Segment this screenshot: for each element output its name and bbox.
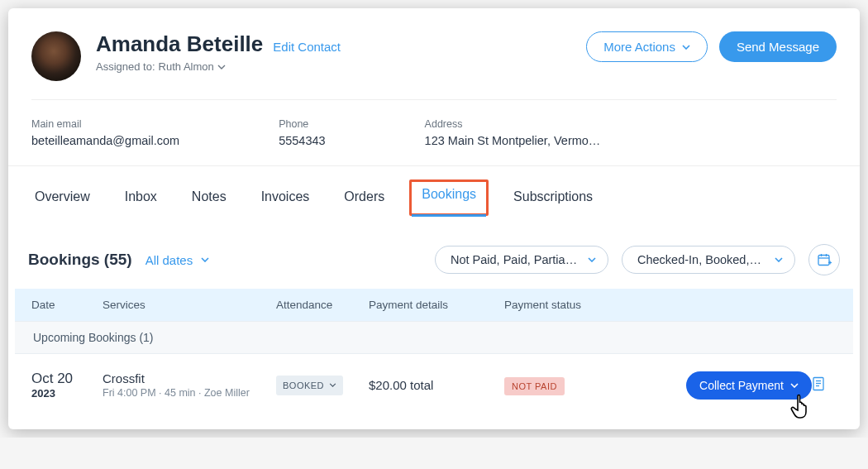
svg-rect-0 <box>818 256 829 266</box>
tab-overview[interactable]: Overview <box>35 184 90 216</box>
state-filter-label: Checked-In, Booked,… <box>637 253 761 266</box>
service-name: Crossfit <box>103 371 276 385</box>
chevron-down-icon <box>682 45 690 50</box>
add-to-calendar-button[interactable] <box>808 244 840 275</box>
col-services: Services <box>103 299 276 311</box>
send-message-label: Send Message <box>737 40 819 54</box>
contact-header: Amanda Beteille Edit Contact Assigned to… <box>8 8 860 166</box>
phone-label: Phone <box>279 118 325 130</box>
col-payment-details: Payment details <box>369 299 504 311</box>
avatar <box>31 31 81 81</box>
assigned-to[interactable]: Assigned to: Ruth Almon <box>96 60 586 73</box>
phone-field: Phone 5554343 <box>279 118 325 147</box>
address-value: 123 Main St Montpelier, Vermo… <box>425 134 601 147</box>
col-payment-status: Payment status <box>504 299 837 311</box>
chevron-down-icon <box>217 65 226 69</box>
edit-contact-link[interactable]: Edit Contact <box>273 40 341 54</box>
tabs: Overview Inbox Notes Invoices Orders Boo… <box>26 184 842 216</box>
phone-value: 5554343 <box>279 134 325 147</box>
bookings-panel: Bookings (55) All dates Not Paid, Paid, … <box>15 229 853 423</box>
payment-amount: $20.00 total <box>369 378 433 392</box>
tab-subscriptions[interactable]: Subscriptions <box>513 184 593 216</box>
payment-status-filter[interactable]: Not Paid, Paid, Partia… <box>435 246 608 274</box>
tab-notes[interactable]: Notes <box>192 184 227 216</box>
col-date: Date <box>31 299 103 311</box>
row-year: 2023 <box>31 387 103 400</box>
row-date: Oct 20 <box>31 371 103 387</box>
contact-name: Amanda Beteille <box>96 31 263 57</box>
address-label: Address <box>425 118 601 130</box>
contact-page: Amanda Beteille Edit Contact Assigned to… <box>8 8 860 429</box>
bookings-title: Bookings (55) <box>28 251 132 269</box>
email-value: beteilleamanda@gmail.com <box>31 134 179 147</box>
chevron-down-icon <box>775 257 783 262</box>
calendar-add-icon <box>817 252 832 267</box>
tab-invoices[interactable]: Invoices <box>261 184 310 216</box>
service-details: Fri 4:00 PM · 45 min · Zoe Miller <box>103 387 276 399</box>
chevron-down-icon <box>588 257 596 262</box>
send-message-button[interactable]: Send Message <box>719 31 837 62</box>
table-header: Date Services Attendance Payment details… <box>15 289 853 321</box>
email-label: Main email <box>31 118 179 130</box>
dates-filter[interactable]: All dates <box>145 253 210 267</box>
email-field: Main email beteilleamanda@gmail.com <box>31 118 179 147</box>
booking-state-filter[interactable]: Checked-In, Booked,… <box>622 246 795 274</box>
payment-filter-label: Not Paid, Paid, Partia… <box>451 253 577 266</box>
collect-payment-button[interactable]: Collect Payment <box>686 371 812 400</box>
chevron-down-icon <box>790 383 799 388</box>
assigned-name: Ruth Almon <box>159 60 214 73</box>
attendance-label: BOOKED <box>283 380 324 390</box>
document-icon[interactable] <box>812 376 825 391</box>
booking-row: Oct 20 2023 Crossfit Fri 4:00 PM · 45 mi… <box>15 354 853 423</box>
dates-filter-label: All dates <box>145 253 193 267</box>
col-attendance: Attendance <box>276 299 369 311</box>
address-field: Address 123 Main St Montpelier, Vermo… <box>425 118 601 147</box>
attendance-pill[interactable]: BOOKED <box>276 376 343 395</box>
tab-bookings[interactable]: Bookings <box>409 179 489 216</box>
tab-inbox[interactable]: Inbox <box>125 184 157 216</box>
more-actions-button[interactable]: More Actions <box>586 31 708 62</box>
collect-label: Collect Payment <box>699 379 784 392</box>
cursor-pointer-icon <box>789 391 817 423</box>
more-actions-label: More Actions <box>603 40 675 54</box>
tab-orders[interactable]: Orders <box>344 184 384 216</box>
status-badge: NOT PAID <box>504 377 565 395</box>
assigned-prefix: Assigned to: <box>96 60 155 73</box>
chevron-down-icon <box>201 257 209 262</box>
chevron-down-icon <box>329 383 336 387</box>
section-upcoming: Upcoming Bookings (1) <box>15 321 853 354</box>
